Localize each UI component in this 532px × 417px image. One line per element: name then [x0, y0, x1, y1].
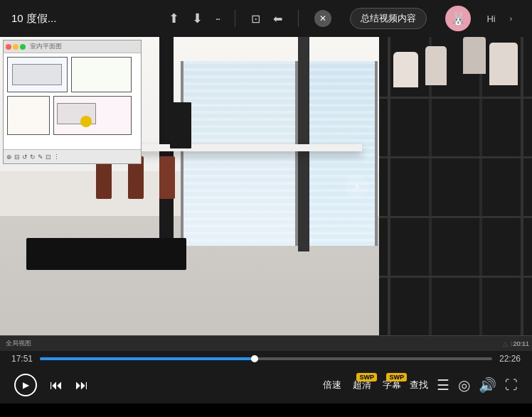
- fp-bt-icon-3[interactable]: ↺: [22, 153, 28, 161]
- speed-label: 倍速: [323, 379, 341, 391]
- window-blinds: [183, 61, 295, 246]
- fp-toolbar: 室内平面图: [4, 40, 141, 53]
- progress-bar-dot: [251, 355, 258, 362]
- progress-bar-track[interactable]: [40, 357, 492, 360]
- search-label: 查找: [410, 379, 428, 391]
- fp-close-dot[interactable]: [6, 44, 11, 50]
- playback-controls: ▶ ⏮ ⏭: [14, 374, 88, 396]
- shelf-unit: [379, 37, 532, 335]
- os-taskbar-icons: 20:11: [513, 340, 529, 347]
- fp-bottom-toolbar: ⊕ ⊟ ↺ ↻ ✎ ⊡ ⋮: [4, 149, 141, 163]
- os-time: 20:11: [513, 340, 529, 347]
- hd-button[interactable]: SWP 超清: [353, 379, 371, 391]
- top-bar: 10 度假... ⬆ ⬇ ··· ⊡ ⬅ ✕ 总结视频内容 🐰 Hi ›: [0, 0, 532, 37]
- hd-badge: SWP: [356, 373, 377, 381]
- time-start: 17:51: [11, 354, 33, 364]
- table-item-black: [170, 102, 191, 148]
- fp-location-marker: [80, 116, 92, 127]
- shelf-rail: [388, 37, 390, 335]
- figurine-4: [463, 37, 486, 74]
- fp-actions-bar: 全局视图 △ 100% 20:11: [0, 335, 532, 351]
- volume-icon[interactable]: 🔊: [479, 377, 496, 394]
- shelf-2: [379, 156, 532, 158]
- floor-plan-overlay: 室内平面图 ⊕ ⊟ ↺ ↻ ✎ ⊡ ⋮: [3, 40, 142, 164]
- search-button[interactable]: 查找: [410, 379, 428, 391]
- fp-bt-icon-7[interactable]: ⋮: [53, 153, 60, 161]
- fp-bt-icon-1[interactable]: ⊕: [6, 153, 12, 161]
- video-title: 10 度假...: [11, 12, 169, 26]
- fp-max-dot[interactable]: [20, 44, 26, 50]
- sub-badge: SWP: [386, 373, 407, 381]
- fp-bt-icon-4[interactable]: ↻: [30, 153, 36, 161]
- shelf-3: [379, 216, 532, 218]
- fp-bt-icon-6[interactable]: ⊡: [46, 153, 51, 161]
- window-blinds-2: [306, 61, 375, 246]
- fp-title: 室内平面图: [30, 42, 62, 51]
- time-end: 22:26: [499, 354, 521, 364]
- bench: [26, 238, 186, 270]
- figurine-1: [393, 52, 418, 87]
- chair-3: [159, 156, 175, 199]
- fp-room-3: [7, 96, 50, 135]
- play-icon: ▶: [23, 380, 29, 390]
- progress-bar-fill: [40, 357, 255, 360]
- fullscreen-icon[interactable]: ⛶: [505, 378, 518, 393]
- figurine-2: [425, 46, 447, 85]
- fp-furniture-1: [12, 64, 62, 85]
- user-avatar[interactable]: 🐰: [445, 6, 471, 31]
- shelf-rail-2: [521, 37, 523, 335]
- fp-bt-icon-2[interactable]: ⊟: [14, 153, 20, 161]
- share-icon[interactable]: ⬆: [169, 11, 179, 26]
- window-right: [303, 61, 378, 246]
- fp-room-2: [71, 57, 132, 92]
- hi-label: Hi: [486, 13, 495, 24]
- video-area: 室内平面图 ⊕ ⊟ ↺ ↻ ✎ ⊡ ⋮ ›: [0, 37, 532, 335]
- shelf-4: [379, 276, 532, 278]
- right-controls: 倍速 SWP 超清 SWP 字幕 查找 ☰ ◎ 🔊 ⛶: [323, 377, 518, 394]
- fp-bt-icon-5[interactable]: ✎: [38, 153, 43, 161]
- play-button[interactable]: ▶: [14, 374, 37, 396]
- more-icon[interactable]: ···: [216, 13, 220, 24]
- divider2: [298, 10, 299, 27]
- fp-canvas: [4, 53, 141, 149]
- figurine-3: [489, 43, 518, 85]
- loop-icon[interactable]: ◎: [458, 377, 470, 394]
- download-icon[interactable]: ⬇: [192, 11, 203, 26]
- fp-min-dot[interactable]: [13, 44, 18, 50]
- window-left: [181, 61, 298, 246]
- progress-area: 17:51 22:26: [0, 351, 532, 367]
- speed-button[interactable]: 倍速: [323, 379, 341, 391]
- shelf-rail-4: [479, 37, 482, 335]
- subtitle-button[interactable]: SWP 字幕: [383, 379, 401, 391]
- shelf-1: [379, 97, 532, 99]
- nav-chevron-right[interactable]: ›: [346, 175, 368, 197]
- list-icon[interactable]: ☰: [437, 377, 449, 394]
- controls-bar: ▶ ⏮ ⏭ 倍速 SWP 超清 SWP 字幕 查找 ☰ ◎ 🔊 ⛶: [0, 367, 532, 404]
- close-button[interactable]: ✕: [314, 10, 331, 27]
- chevron-icon[interactable]: ›: [510, 15, 512, 23]
- skip-prev-button[interactable]: ⏮: [50, 378, 63, 393]
- divider: [235, 10, 235, 27]
- screen-icon[interactable]: ⊡: [251, 12, 260, 26]
- page-indicator: 全局视图: [6, 339, 31, 348]
- summarize-button[interactable]: 总结视频内容: [350, 8, 427, 29]
- skip-next-button[interactable]: ⏭: [75, 378, 88, 393]
- top-bar-icons: ⬆ ⬇ ··· ⊡ ⬅ ✕ 总结视频内容 🐰 Hi ›: [169, 6, 512, 31]
- back-icon[interactable]: ⬅: [273, 12, 282, 26]
